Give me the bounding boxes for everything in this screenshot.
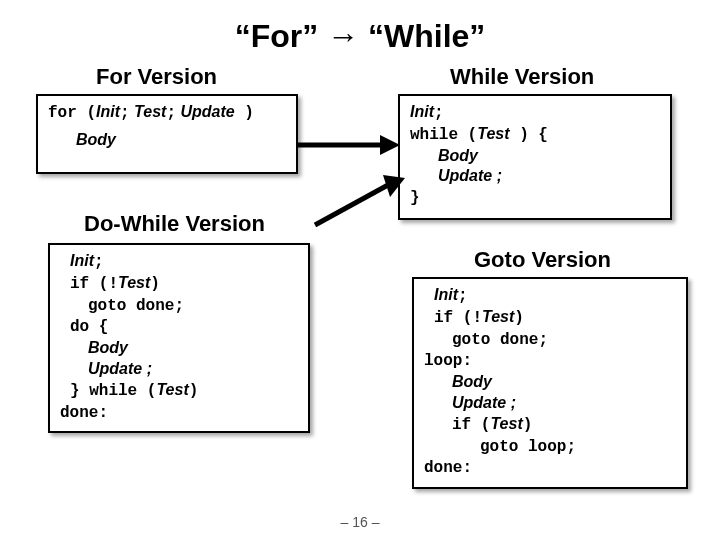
- tok-semi: ;: [120, 104, 130, 122]
- heading-goto-version: Goto Version: [474, 247, 611, 273]
- code-do-while-version: Init; if (!Test) goto done; do { Body Up…: [48, 243, 310, 433]
- w-while: while (: [410, 126, 477, 144]
- d-ifnot: if (!: [70, 275, 118, 293]
- d-body: Body: [88, 339, 128, 356]
- tok-update: Update: [180, 103, 234, 120]
- tok-init: Init: [96, 103, 120, 120]
- page-title: “For” → “While”: [0, 18, 720, 55]
- w-semi: ;: [434, 104, 444, 122]
- tok-test: Test: [134, 103, 166, 120]
- g-gotoloop: goto loop;: [480, 438, 576, 456]
- w-rbrace: }: [410, 189, 420, 207]
- g-done: done:: [424, 459, 472, 477]
- code-goto-version: Init; if (!Test) goto done; loop: Body U…: [412, 277, 688, 489]
- g-rparen2: ): [523, 416, 533, 434]
- g-test2: Test: [490, 415, 522, 432]
- g-init: Init: [434, 286, 458, 303]
- svg-marker-1: [380, 135, 400, 155]
- tok-semi2: ;: [166, 104, 176, 122]
- g-body: Body: [452, 373, 492, 390]
- w-update: Update ;: [438, 167, 502, 184]
- arrow-for-to-while: [295, 130, 400, 160]
- d-rparen2: ): [189, 382, 199, 400]
- svg-line-2: [315, 185, 388, 225]
- w-test: Test: [477, 125, 509, 142]
- g-ifnot: if (!: [434, 309, 482, 327]
- d-test2: Test: [156, 381, 188, 398]
- w-init: Init: [410, 103, 434, 120]
- g-if: if (: [452, 416, 490, 434]
- kw-for: for (: [48, 104, 96, 122]
- g-update: Update ;: [452, 394, 516, 411]
- arrow-dowhile-to-while: [310, 175, 405, 230]
- code-for-version: for (Init; Test; Update ) Body: [36, 94, 298, 174]
- code-while-version: Init; while (Test ) { Body Update ; }: [398, 94, 672, 220]
- w-lbrace: ) {: [510, 126, 548, 144]
- g-rparen: ): [514, 309, 524, 327]
- heading-do-while-version: Do-While Version: [84, 211, 265, 237]
- d-test: Test: [118, 274, 150, 291]
- heading-while-version: While Version: [450, 64, 594, 90]
- d-rparen: ): [150, 275, 160, 293]
- g-loop: loop:: [424, 352, 472, 370]
- page-number: – 16 –: [0, 514, 720, 530]
- d-do: do {: [70, 318, 108, 336]
- g-gotodone: goto done;: [452, 331, 548, 349]
- w-body: Body: [438, 147, 478, 164]
- heading-for-version: For Version: [96, 64, 217, 90]
- d-init: Init: [70, 252, 94, 269]
- g-test: Test: [482, 308, 514, 325]
- tok-body: Body: [76, 131, 116, 148]
- tok-rparen: ): [235, 104, 254, 122]
- d-semi: ;: [94, 253, 104, 271]
- g-semi: ;: [458, 287, 468, 305]
- d-closewhile: } while (: [70, 382, 156, 400]
- d-update: Update ;: [88, 360, 152, 377]
- d-done: done:: [60, 404, 108, 422]
- d-gotodone: goto done;: [88, 297, 184, 315]
